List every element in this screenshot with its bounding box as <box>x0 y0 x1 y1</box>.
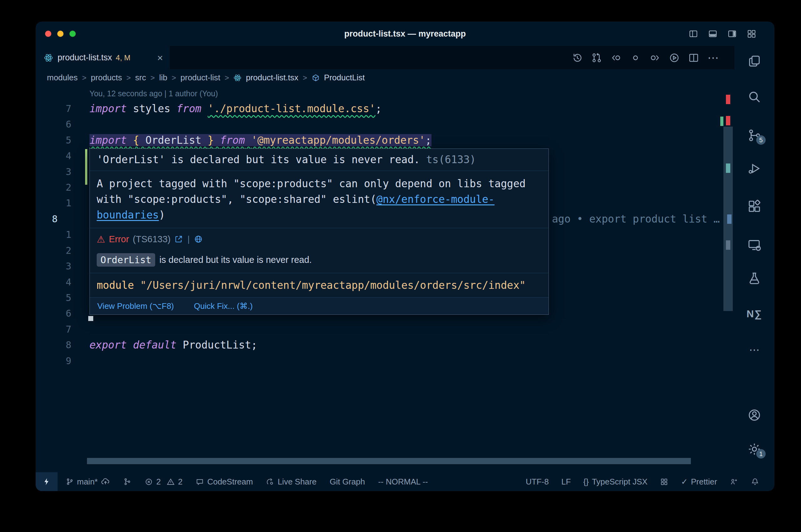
git-graph-status[interactable]: Git Graph <box>330 477 365 487</box>
chevron-right-icon: > <box>126 73 131 82</box>
line-number[interactable]: 1 <box>36 195 83 211</box>
current-change-icon[interactable] <box>630 52 641 63</box>
split-editor-icon[interactable] <box>688 52 699 63</box>
line-number[interactable]: 4 <box>36 274 83 290</box>
explorer-icon[interactable] <box>734 54 775 69</box>
line-number[interactable]: 8 <box>36 337 83 353</box>
module-path: "/Users/juri/nrwl/content/myreactapp/mod… <box>140 279 526 291</box>
diagnostic-message: 'OrderList' is declared but its value is… <box>97 153 420 166</box>
hover-rule-row: A project tagged with "scope:products" c… <box>90 171 548 228</box>
line-number[interactable]: 9 <box>36 353 83 369</box>
run-code-icon[interactable] <box>669 52 680 63</box>
line-number[interactable]: 5 <box>36 133 83 148</box>
encoding-status[interactable]: UTF-8 <box>526 477 549 487</box>
line-number[interactable]: 4 <box>36 148 83 164</box>
warning-triangle-icon <box>166 478 175 486</box>
accounts-icon[interactable] <box>734 407 775 423</box>
view-problem-action[interactable]: View Problem (⌥F8) <box>97 301 174 311</box>
live-share-status[interactable]: Live Share <box>266 477 316 487</box>
tab-product-list[interactable]: product-list.tsx 4, M × <box>36 46 170 70</box>
codestream-status[interactable]: CodeStream <box>196 477 253 487</box>
breadcrumb: modules > products > src > lib > product… <box>36 70 734 86</box>
breadcrumb-item[interactable]: modules <box>47 73 78 82</box>
punctuation: { <box>133 134 139 146</box>
line-number[interactable]: 2 <box>36 180 83 195</box>
open-docs-external-icon[interactable] <box>174 235 183 244</box>
search-icon[interactable] <box>734 89 775 104</box>
horizontal-scrollbar[interactable] <box>87 458 691 464</box>
line-number[interactable]: 1 <box>36 227 83 243</box>
tab-close-icon[interactable]: × <box>157 53 163 63</box>
extension-grid-status[interactable] <box>660 478 668 486</box>
line-number[interactable]: 5 <box>36 290 83 306</box>
breadcrumb-item-symbol[interactable]: ProductList <box>324 73 365 82</box>
gitlens-blame-lens[interactable]: You, 12 seconds ago | 1 author (You) <box>90 87 218 100</box>
line-number[interactable]: 2 <box>36 243 83 259</box>
code-line-import-styles[interactable]: import styles from './product-list.modul… <box>90 101 382 117</box>
remote-explorer-icon[interactable] <box>734 238 775 252</box>
vim-mode-status[interactable]: -- NORMAL -- <box>378 477 428 487</box>
globe-icon[interactable] <box>194 235 203 244</box>
tab-modified-badge: 4, M <box>116 54 130 62</box>
chevron-right-icon: > <box>225 73 229 82</box>
tab-label: product-list.tsx <box>58 53 112 62</box>
layout-split-editor-icon[interactable] <box>688 29 699 38</box>
notifications-status[interactable] <box>751 477 759 486</box>
code-line-export-default[interactable]: export default ProductList; <box>90 337 257 353</box>
braces-icon: {} <box>583 477 588 487</box>
overview-error-mark <box>726 95 730 104</box>
settings-badge: 1 <box>756 449 766 459</box>
line-number[interactable]: 7 <box>36 322 83 337</box>
line-number[interactable]: 6 <box>36 306 83 321</box>
rule-message-end: ) <box>159 209 165 221</box>
warning-count: 2 <box>178 477 182 487</box>
extensions-icon[interactable] <box>734 199 775 214</box>
keyword-default: default <box>133 339 177 351</box>
breadcrumb-item[interactable]: product-list <box>181 73 220 82</box>
punctuation: ; <box>376 102 382 115</box>
remote-indicator[interactable] <box>36 472 58 491</box>
next-change-icon[interactable] <box>649 52 660 63</box>
source-control-icon[interactable]: 5 <box>734 128 775 143</box>
layout-panel-icon[interactable] <box>707 29 718 38</box>
problems-status[interactable]: 2 2 <box>145 477 182 487</box>
previous-change-icon[interactable] <box>611 52 622 63</box>
breadcrumb-item[interactable]: src <box>135 73 146 82</box>
layout-grid-icon[interactable] <box>746 29 757 38</box>
eol-status[interactable]: LF <box>561 477 571 487</box>
line-number[interactable]: 6 <box>36 117 83 132</box>
language-mode-status[interactable]: {} TypeScript JSX <box>583 477 648 487</box>
punctuation: ; <box>425 134 432 146</box>
line-number[interactable]: 3 <box>36 164 83 180</box>
breadcrumb-item-file[interactable]: product-list.tsx <box>246 73 298 82</box>
line-number[interactable]: 3 <box>36 259 83 274</box>
overview-added-mark <box>720 117 723 126</box>
breadcrumb-item[interactable]: lib <box>159 73 167 82</box>
testing-beaker-icon[interactable] <box>734 271 775 286</box>
feedback-status[interactable] <box>730 478 738 486</box>
git-branch-status[interactable]: main* <box>66 477 110 487</box>
source-control-graph-status[interactable] <box>123 478 131 486</box>
code-line-import-orderlist[interactable]: import { OrderList } from '@myreactapp/m… <box>90 133 432 148</box>
line-number[interactable]: 7 <box>36 101 83 117</box>
vertical-scrollbar[interactable] <box>723 127 733 311</box>
breadcrumb-item[interactable]: products <box>91 73 122 82</box>
chevron-right-icon: > <box>172 73 176 82</box>
react-icon <box>233 74 241 82</box>
diagnostic-source: ts(6133) <box>426 153 476 166</box>
layout-sidebar-right-icon[interactable] <box>727 29 738 38</box>
hover-resize-grip[interactable] <box>88 316 93 321</box>
run-debug-icon[interactable] <box>734 161 775 176</box>
timeline-history-icon[interactable] <box>572 52 583 63</box>
more-actions-icon[interactable]: ⋯ <box>707 52 719 63</box>
more-views-icon[interactable]: ⋯ <box>734 342 775 357</box>
quick-fix-action[interactable]: Quick Fix... (⌘.) <box>194 301 253 311</box>
git-compare-icon[interactable] <box>591 52 602 63</box>
settings-gear-icon[interactable]: 1 <box>734 442 775 457</box>
nx-console-icon[interactable]: N∑ <box>734 306 775 321</box>
prettier-status[interactable]: ✓ Prettier <box>681 477 717 487</box>
keyword-export: export <box>90 339 127 351</box>
severity-label: Error <box>109 234 129 244</box>
current-line-number[interactable]: 8 <box>36 211 83 227</box>
editor[interactable]: 7 6 5 4 3 2 1 8 1 2 3 4 5 6 7 8 9 You, 1… <box>36 86 734 472</box>
